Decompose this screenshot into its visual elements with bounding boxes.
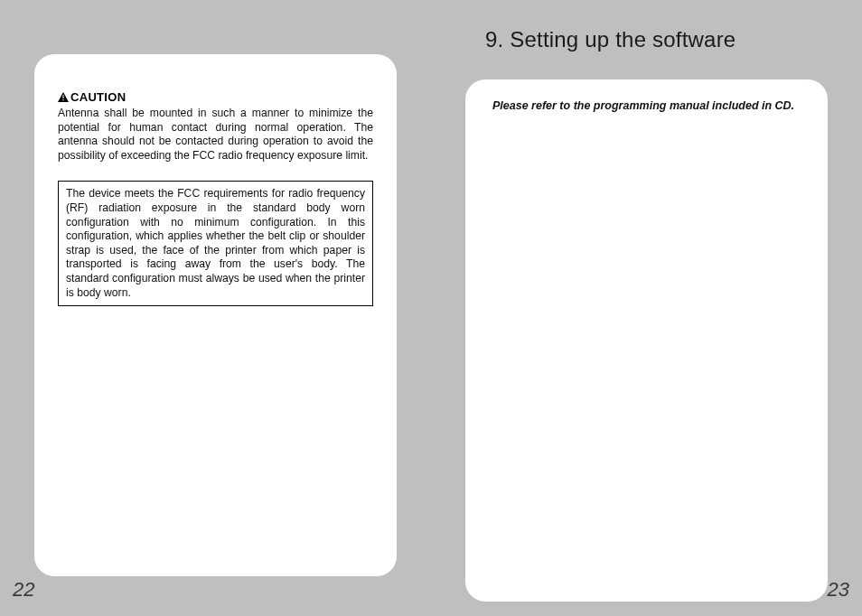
rf-compliance-box: The device meets the FCC requirements fo… (58, 181, 373, 306)
caution-label-text: CAUTION (70, 90, 126, 104)
warning-icon (58, 92, 69, 102)
page-left: CAUTION Antenna shall be mounted in such… (0, 0, 431, 616)
section-heading: 9. Setting up the software (485, 27, 828, 52)
svg-rect-0 (62, 95, 63, 98)
content-card-left: CAUTION Antenna shall be mounted in such… (34, 54, 397, 576)
page-number-right: 23 (828, 578, 849, 602)
spread: CAUTION Antenna shall be mounted in such… (0, 0, 862, 616)
content-card-right: Please refer to the programming manual i… (465, 79, 828, 602)
page-right: 9. Setting up the software Please refer … (431, 0, 862, 616)
caution-label: CAUTION (58, 90, 126, 104)
programming-manual-note: Please refer to the programming manual i… (492, 99, 801, 112)
caution-block: CAUTION Antenna shall be mounted in such… (58, 89, 373, 163)
caution-text: Antenna shall be mounted in such a manne… (58, 107, 373, 163)
page-number-left: 22 (13, 578, 34, 602)
svg-rect-1 (62, 99, 63, 100)
